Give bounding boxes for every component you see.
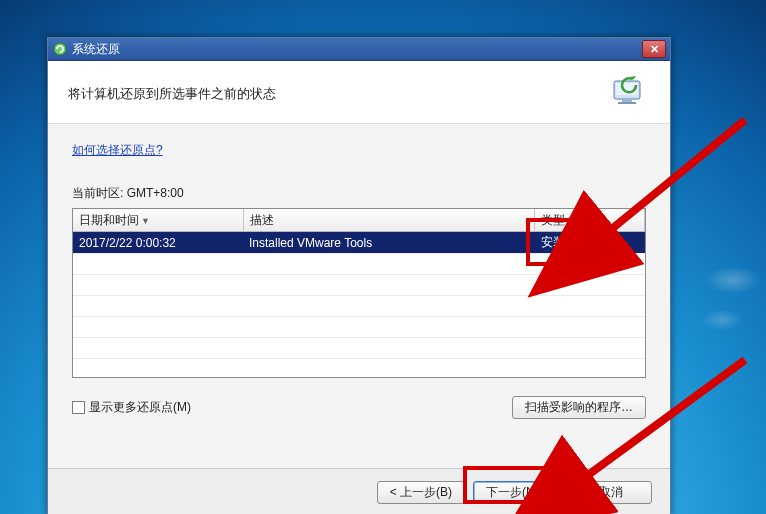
table-row: [73, 254, 645, 275]
cell-desc: Installed VMware Tools: [243, 232, 535, 254]
table-row[interactable]: 2017/2/22 0:00:32 Installed VMware Tools…: [73, 232, 645, 254]
col-desc[interactable]: 描述: [243, 209, 535, 232]
show-more-checkbox[interactable]: 显示更多还原点(M): [72, 399, 191, 416]
svg-rect-4: [618, 102, 636, 104]
show-more-label: 显示更多还原点(M): [89, 399, 191, 416]
window-title: 系统还原: [72, 41, 642, 58]
header-text: 将计算机还原到所选事件之前的状态: [68, 85, 608, 103]
dialog-footer: < 上一步(B) 下一步(N) > 取消: [48, 468, 670, 514]
svg-point-0: [54, 43, 66, 55]
table-row: [73, 317, 645, 338]
desktop-background: 系统还原 ✕ 将计算机还原到所选事件之前的状态 如何选择还原点? 当前时区: G…: [0, 0, 766, 514]
next-button[interactable]: 下一步(N) >: [473, 481, 562, 504]
col-datetime[interactable]: 日期和时间▼: [73, 209, 243, 232]
close-button[interactable]: ✕: [642, 40, 666, 58]
scan-affected-programs-button[interactable]: 扫描受影响的程序…: [512, 396, 646, 419]
cell-type: 安装: [535, 232, 645, 254]
system-restore-icon: [52, 41, 68, 57]
checkbox-icon[interactable]: [72, 401, 85, 414]
cancel-button[interactable]: 取消: [570, 481, 652, 504]
system-restore-window: 系统还原 ✕ 将计算机还原到所选事件之前的状态 如何选择还原点? 当前时区: G…: [47, 37, 671, 514]
timezone-label: 当前时区: GMT+8:00: [72, 185, 646, 202]
svg-rect-3: [622, 99, 632, 102]
dialog-body: 如何选择还原点? 当前时区: GMT+8:00 日期和时间▼ 描述 类型: [48, 124, 670, 468]
restore-monitor-icon: [608, 75, 652, 113]
table-row: [73, 296, 645, 317]
col-type[interactable]: 类型: [535, 209, 645, 232]
cell-datetime: 2017/2/22 0:00:32: [73, 232, 243, 254]
back-button[interactable]: < 上一步(B): [377, 481, 465, 504]
table-row: [73, 338, 645, 359]
how-to-choose-link[interactable]: 如何选择还原点?: [72, 143, 163, 157]
table-header-row[interactable]: 日期和时间▼ 描述 类型: [73, 209, 645, 232]
table-row: [73, 359, 645, 379]
table-row: [73, 275, 645, 296]
restore-points-table[interactable]: 日期和时间▼ 描述 类型 2017/2/22 0:00:32 Installed…: [72, 208, 646, 378]
sort-indicator-icon: ▼: [141, 216, 150, 226]
header-strip: 将计算机还原到所选事件之前的状态: [48, 61, 670, 124]
below-table-row: 显示更多还原点(M) 扫描受影响的程序…: [72, 396, 646, 419]
titlebar[interactable]: 系统还原 ✕: [48, 38, 670, 61]
